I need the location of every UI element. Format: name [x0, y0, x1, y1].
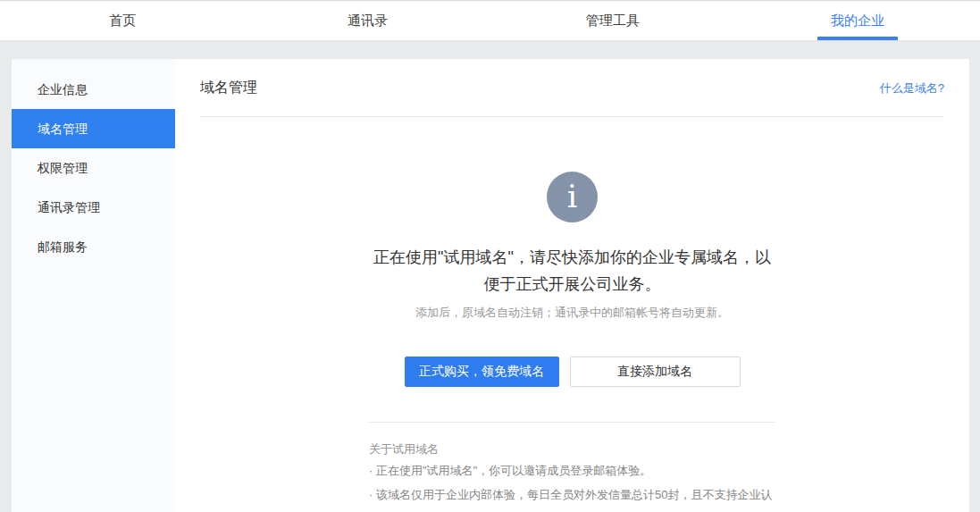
about-trial-domain-section: 关于试用域名 · 正在使用"试用域名"，你可以邀请成员登录邮箱体验。 · 该域名… [369, 441, 775, 512]
sidebar-item-permission-management[interactable]: 权限管理 [12, 148, 175, 188]
main-header: 域名管理 什么是域名? [200, 79, 944, 97]
sidebar-item-contacts-management[interactable]: 通讯录管理 [12, 188, 175, 227]
top-nav: 首页 通讯录 管理工具 我的企业 [0, 0, 980, 41]
info-icon-glyph: i [567, 180, 578, 213]
nav-item-admin-tools[interactable]: 管理工具 [490, 1, 735, 40]
page-title: 域名管理 [200, 79, 257, 97]
help-link[interactable]: 什么是域名? [880, 80, 944, 97]
nav-item-label: 首页 [109, 13, 136, 29]
nav-item-home[interactable]: 首页 [0, 1, 245, 40]
nav-item-my-company[interactable]: 我的企业 [735, 1, 980, 40]
nav-item-label: 管理工具 [586, 13, 640, 29]
header-divider [200, 116, 944, 117]
nav-item-contacts[interactable]: 通讯录 [245, 1, 490, 40]
add-domain-button[interactable]: 直接添加域名 [570, 357, 741, 387]
notice-heading: 正在使用"试用域名"，请尽快添加你的企业专属域名，以便于正式开展公司业务。 [369, 244, 775, 298]
buy-domain-button[interactable]: 正式购买，领免费域名 [405, 357, 559, 387]
button-row: 正式购买，领免费域名 直接添加域名 [369, 357, 775, 387]
about-line: · 该域名仅用于企业内部体验，每日全员对外发信量总计50封，且不支持企业认证。 [369, 483, 775, 512]
about-title: 关于试用域名 [369, 441, 775, 458]
notice-subtext: 添加后，原域名自动注销；通讯录中的邮箱帐号将自动更新。 [369, 305, 775, 321]
about-line: · 正在使用"试用域名"，你可以邀请成员登录邮箱体验。 [369, 458, 775, 483]
notice-section: i 正在使用"试用域名"，请尽快添加你的企业专属域名，以便于正式开展公司业务。 … [369, 172, 775, 512]
main-panel: 域名管理 什么是域名? i 正在使用"试用域名"，请尽快添加你的企业专属域名，以… [175, 59, 969, 512]
section-divider [369, 422, 775, 423]
sidebar: 企业信息 域名管理 权限管理 通讯录管理 邮箱服务 [12, 59, 175, 512]
nav-item-label: 通讯录 [348, 13, 388, 29]
sidebar-item-domain-management[interactable]: 域名管理 [12, 109, 175, 148]
content-card: 企业信息 域名管理 权限管理 通讯录管理 邮箱服务 域名管理 什么是域名? i … [12, 59, 969, 512]
nav-item-label: 我的企业 [831, 13, 884, 29]
sidebar-item-company-info[interactable]: 企业信息 [12, 70, 175, 109]
sidebar-item-mailbox-service[interactable]: 邮箱服务 [12, 227, 175, 266]
active-tab-underline [817, 37, 898, 40]
info-icon: i [547, 172, 598, 222]
